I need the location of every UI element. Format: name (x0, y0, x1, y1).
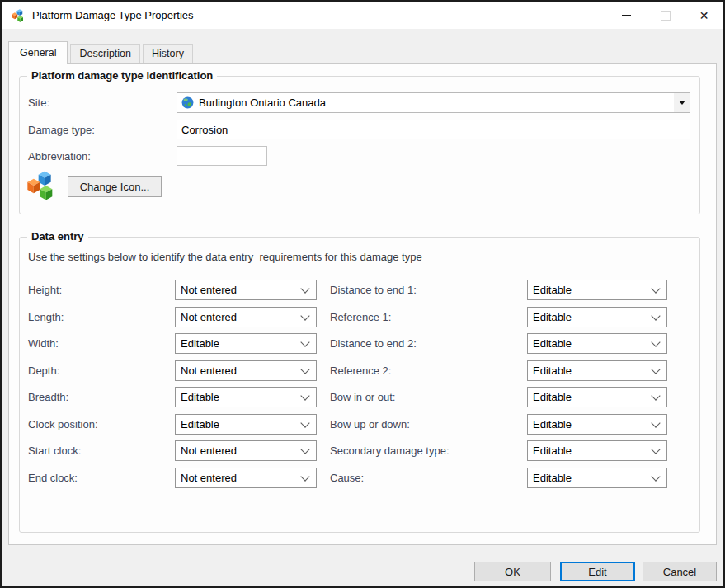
chevron-down-icon (300, 418, 309, 427)
width-value: Editable (176, 337, 302, 350)
damage-type-input[interactable] (177, 120, 690, 139)
cause-value: Editable (528, 472, 652, 484)
clock-position-label: Clock position: (28, 414, 98, 435)
maximize-button (646, 2, 685, 29)
distance-to-end-2-combobox[interactable]: Editable (527, 333, 667, 354)
breadth-value: Editable (176, 391, 302, 403)
bow-in-or-out-label: Bow in or out: (330, 387, 396, 407)
close-button[interactable]: ✕ (685, 2, 723, 29)
ok-button-label: OK (505, 566, 520, 578)
cancel-button-label: Cancel (663, 566, 696, 578)
width-combobox[interactable]: Editable (175, 333, 317, 354)
bow-in-or-out-combobox[interactable]: Editable (527, 387, 667, 407)
dialog-window: Platform Damage Type Properties ✕ Genera… (0, 0, 725, 588)
chevron-down-icon (300, 445, 309, 454)
edit-button[interactable]: Edit (560, 562, 635, 581)
site-combobox[interactable]: Burlington Ontario Canada (177, 92, 690, 113)
abbreviation-input[interactable] (177, 146, 267, 166)
distance-to-end-1-label: Distance to end 1: (330, 280, 417, 300)
minimize-icon (622, 15, 631, 16)
secondary-damage-type-value: Editable (528, 445, 652, 457)
identification-groupbox-title: Platform damage type identification (27, 69, 217, 82)
length-label: Length: (28, 307, 64, 327)
chevron-down-icon (300, 337, 309, 346)
height-combobox[interactable]: Not entered (175, 280, 317, 300)
distance-to-end-2-label: Distance to end 2: (330, 333, 417, 354)
window-controls: ✕ (607, 2, 723, 29)
site-dropdown-button[interactable] (674, 93, 690, 112)
chevron-down-icon (651, 365, 660, 374)
secondary-damage-type-combobox[interactable]: Editable (527, 440, 667, 461)
identification-groupbox: Platform damage type identification Site… (19, 76, 700, 214)
change-icon-button[interactable]: Change Icon... (68, 176, 162, 197)
start-clock-value: Not entered (176, 445, 302, 457)
close-icon: ✕ (699, 10, 709, 21)
tab-history-label: History (152, 48, 184, 59)
reference-1-label: Reference 1: (330, 307, 391, 327)
window-title: Platform Damage Type Properties (32, 9, 194, 21)
length-combobox[interactable]: Not entered (175, 307, 317, 327)
reference-2-combobox[interactable]: Editable (527, 360, 667, 381)
damage-type-label: Damage type: (28, 124, 95, 136)
distance-to-end-1-value: Editable (528, 284, 652, 296)
cause-combobox[interactable]: Editable (527, 468, 667, 488)
start-clock-combobox[interactable]: Not entered (175, 440, 317, 461)
ok-button[interactable]: OK (474, 562, 551, 581)
tab-general[interactable]: General (8, 41, 68, 64)
distance-to-end-2-value: Editable (528, 337, 652, 350)
data-entry-description: Use the settings below to identify the d… (28, 251, 422, 263)
chevron-down-icon (651, 391, 660, 400)
tab-description-label: Description (79, 48, 131, 59)
data-entry-groupbox: Data entry Use the settings below to ide… (19, 237, 700, 533)
change-icon-button-label: Change Icon... (80, 181, 150, 193)
maximize-icon (661, 11, 671, 21)
reference-2-value: Editable (528, 365, 652, 377)
distance-to-end-1-combobox[interactable]: Editable (527, 280, 667, 300)
edit-button-label: Edit (588, 566, 606, 578)
tab-general-label: General (20, 47, 56, 59)
site-value: Burlington Ontario Canada (199, 96, 674, 109)
chevron-down-icon (651, 418, 660, 427)
bow-up-or-down-combobox[interactable]: Editable (527, 414, 667, 435)
chevron-down-icon (300, 284, 309, 293)
height-value: Not entered (176, 284, 302, 296)
reference-1-value: Editable (528, 311, 652, 323)
cancel-button[interactable]: Cancel (643, 562, 717, 581)
globe-icon (181, 96, 194, 109)
clock-position-combobox[interactable]: Editable (175, 414, 317, 435)
chevron-down-icon (651, 311, 660, 320)
end-clock-value: Not entered (176, 472, 302, 484)
reference-2-label: Reference 2: (330, 360, 391, 381)
end-clock-combobox[interactable]: Not entered (175, 468, 317, 488)
chevron-down-icon (651, 445, 660, 454)
title-bar: Platform Damage Type Properties ✕ (2, 2, 723, 29)
chevron-down-icon (651, 337, 660, 346)
cause-label: Cause: (330, 468, 364, 488)
tab-description[interactable]: Description (70, 44, 140, 63)
minimize-button[interactable] (607, 2, 646, 29)
chevron-down-icon (651, 284, 660, 293)
tab-history[interactable]: History (143, 44, 193, 63)
depth-value: Not entered (176, 365, 302, 377)
secondary-damage-type-label: Secondary damage type: (330, 440, 450, 461)
reference-1-combobox[interactable]: Editable (527, 307, 667, 327)
breadth-label: Breadth: (28, 387, 68, 407)
chevron-down-icon (300, 472, 309, 481)
dropdown-arrow-icon (679, 101, 685, 105)
bow-up-or-down-label: Bow up or down: (330, 414, 410, 435)
depth-combobox[interactable]: Not entered (175, 360, 317, 381)
end-clock-label: End clock: (28, 468, 78, 488)
chevron-down-icon (300, 365, 309, 374)
start-clock-label: Start clock: (28, 440, 81, 461)
clock-position-value: Editable (176, 418, 302, 430)
breadth-combobox[interactable]: Editable (175, 387, 317, 407)
bow-in-or-out-value: Editable (528, 391, 652, 403)
damage-type-blocks-icon (25, 169, 58, 202)
chevron-down-icon (300, 311, 309, 320)
chevron-down-icon (300, 391, 309, 400)
width-label: Width: (28, 333, 59, 354)
data-entry-groupbox-title: Data entry (27, 230, 88, 242)
tab-strip: General Description History (2, 29, 723, 63)
depth-label: Depth: (28, 360, 59, 381)
height-label: Height: (28, 280, 62, 300)
